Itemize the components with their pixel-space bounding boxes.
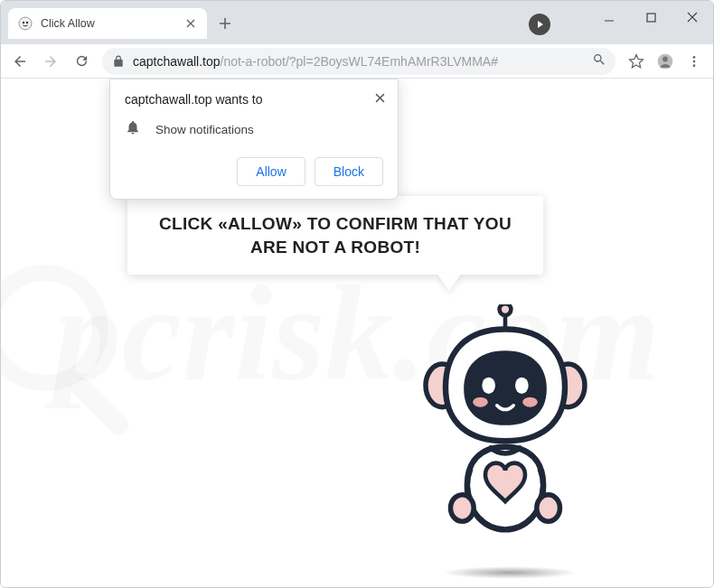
media-control-icon[interactable] (529, 14, 550, 35)
block-button[interactable]: Block (315, 157, 383, 186)
window-titlebar: Click Allow (1, 1, 713, 44)
window-minimize-button[interactable] (588, 1, 630, 33)
nav-back-button[interactable] (6, 48, 33, 75)
robot-shadow (442, 566, 578, 579)
window-close-button[interactable] (672, 1, 713, 33)
new-tab-button[interactable] (212, 11, 238, 36)
svg-point-2 (26, 22, 28, 23)
svg-point-15 (473, 397, 488, 407)
tab-favicon (17, 15, 33, 32)
allow-button[interactable]: Allow (237, 157, 305, 186)
svg-point-6 (693, 56, 696, 59)
search-in-page-icon[interactable] (592, 52, 606, 70)
svg-point-0 (19, 17, 32, 30)
kebab-menu-icon[interactable] (681, 48, 708, 75)
svg-point-8 (693, 64, 696, 67)
lock-icon (111, 54, 126, 69)
tab-close-icon[interactable] (183, 16, 198, 31)
svg-point-17 (451, 495, 474, 521)
nav-forward-button[interactable] (37, 48, 64, 75)
nav-reload-button[interactable] (68, 48, 95, 75)
speech-bubble: CLICK «ALLOW» TO CONFIRM THAT YOU ARE NO… (127, 196, 543, 275)
address-bar[interactable]: captchawall.top/not-a-robot/?pl=2BoysWL7… (102, 48, 615, 75)
svg-rect-3 (647, 14, 655, 22)
browser-toolbar: captchawall.top/not-a-robot/?pl=2BoysWL7… (1, 44, 713, 79)
svg-point-14 (515, 378, 529, 394)
profile-avatar-icon[interactable] (652, 48, 679, 75)
svg-point-7 (693, 60, 696, 62)
notification-permission-popup: captchawall.top wants to Show notificati… (109, 79, 399, 200)
robot-image (406, 304, 605, 556)
svg-point-5 (662, 56, 668, 61)
svg-point-18 (537, 495, 560, 521)
popup-origin-text: captchawall.top wants to (125, 92, 383, 107)
bookmark-star-icon[interactable] (623, 48, 650, 75)
window-maximize-button[interactable] (630, 1, 672, 33)
svg-point-13 (482, 378, 495, 394)
bell-icon (125, 119, 141, 139)
browser-tab-active[interactable]: Click Allow (8, 8, 207, 39)
svg-point-16 (522, 397, 538, 407)
window-controls (588, 1, 713, 33)
url-text: captchawall.top/not-a-robot/?pl=2BoysWL7… (133, 54, 585, 69)
permission-row: Show notifications (125, 119, 383, 139)
svg-point-1 (23, 22, 24, 23)
tab-title: Click Allow (41, 17, 176, 30)
permission-label: Show notifications (155, 123, 254, 136)
speech-message: CLICK «ALLOW» TO CONFIRM THAT YOU ARE NO… (151, 212, 520, 258)
svg-point-10 (500, 304, 512, 315)
page-content: pcrisk.com captchawall.top wants to Show… (1, 79, 713, 587)
popup-close-icon[interactable] (371, 89, 389, 107)
